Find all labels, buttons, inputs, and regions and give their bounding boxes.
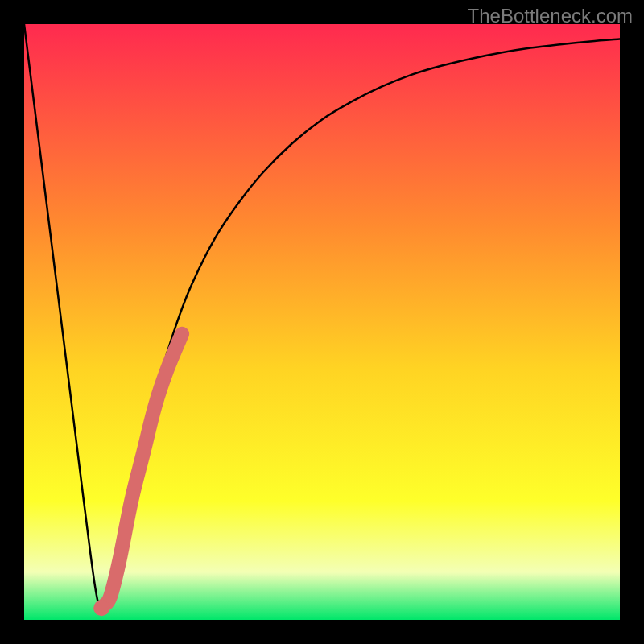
watermark-text: TheBottleneck.com [468,5,633,27]
plot-area [24,24,620,620]
chart-frame: TheBottleneck.com [0,0,644,644]
minimum-marker-icon [93,600,109,616]
chart-svg [24,24,620,620]
background-gradient [24,24,620,620]
